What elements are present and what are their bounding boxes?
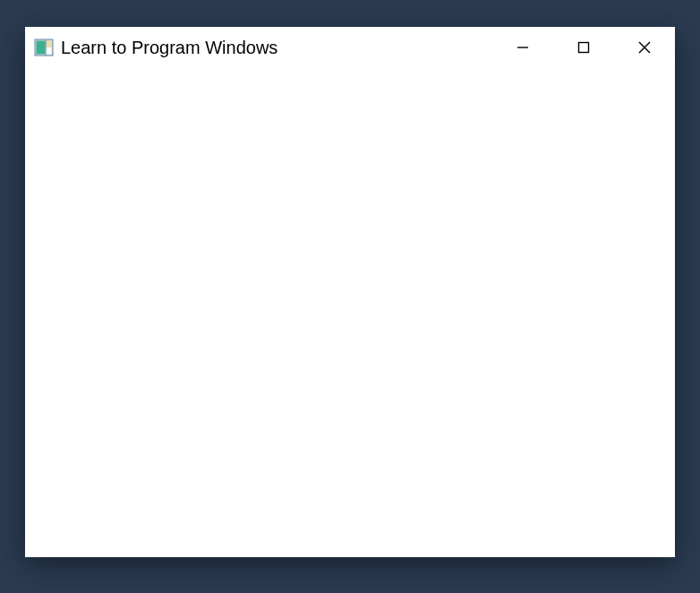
- maximize-icon: [576, 40, 591, 55]
- close-button[interactable]: [614, 27, 675, 68]
- maximize-button[interactable]: [553, 27, 614, 68]
- titlebar[interactable]: Learn to Program Windows: [25, 27, 675, 68]
- application-window: Learn to Program Windows: [25, 27, 675, 557]
- svg-rect-2: [46, 41, 52, 47]
- svg-rect-1: [37, 41, 46, 55]
- svg-rect-3: [46, 47, 52, 55]
- caption-buttons: [492, 27, 675, 68]
- app-icon: [34, 38, 54, 57]
- client-area: [25, 68, 675, 557]
- svg-rect-6: [579, 43, 589, 53]
- close-icon: [637, 40, 652, 55]
- minimize-icon: [516, 40, 530, 55]
- window-title: Learn to Program Windows: [61, 38, 492, 58]
- minimize-button[interactable]: [492, 27, 553, 68]
